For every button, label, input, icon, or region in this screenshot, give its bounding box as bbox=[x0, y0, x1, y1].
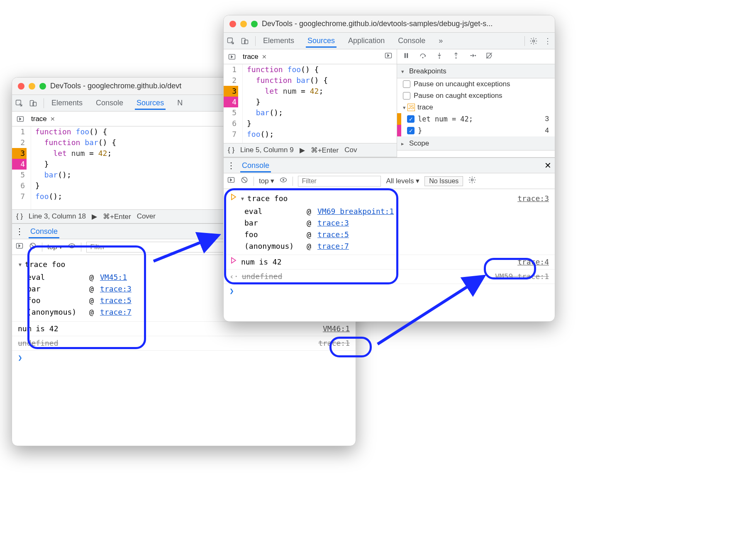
tab-sources[interactable]: Sources bbox=[135, 96, 166, 110]
console-drawer-header: ⋮ Console ✕ bbox=[224, 158, 555, 173]
live-expression-icon[interactable] bbox=[279, 176, 288, 186]
stack-link[interactable]: trace:3 bbox=[317, 217, 349, 229]
select-element-icon[interactable] bbox=[224, 34, 238, 48]
close-tab-icon[interactable]: ✕ bbox=[262, 53, 267, 60]
more-tabs-icon[interactable]: » bbox=[437, 34, 444, 48]
clear-console-icon[interactable] bbox=[29, 242, 37, 252]
cursor-position: Line 5, Column 9 bbox=[240, 146, 294, 154]
levels-selector[interactable]: All levels ▾ bbox=[386, 177, 419, 185]
tab-console[interactable]: Console bbox=[396, 34, 427, 48]
checkbox[interactable] bbox=[403, 80, 410, 88]
tab-elements[interactable]: Elements bbox=[261, 34, 296, 48]
console-tab[interactable]: Console bbox=[29, 225, 59, 238]
svg-point-22 bbox=[475, 55, 476, 56]
pause-uncaught-row[interactable]: Pause on uncaught exceptions bbox=[397, 78, 555, 90]
undefined-output: undefined bbox=[242, 271, 283, 282]
select-element-icon[interactable] bbox=[12, 96, 26, 110]
source-link[interactable]: trace:3 bbox=[517, 193, 549, 204]
code-content: function foo() { function bar() { let nu… bbox=[243, 64, 328, 143]
step-icon[interactable] bbox=[468, 51, 477, 62]
file-tab-trace[interactable]: trace ✕ bbox=[240, 53, 269, 61]
minimize-icon[interactable] bbox=[29, 83, 35, 90]
checkbox[interactable] bbox=[403, 92, 410, 100]
pause-icon[interactable] bbox=[402, 51, 410, 62]
console-settings-icon[interactable] bbox=[468, 176, 476, 186]
console-tab[interactable]: Console bbox=[240, 159, 271, 172]
coverage-label: Cover bbox=[137, 212, 156, 221]
stack-link[interactable]: trace:5 bbox=[100, 295, 132, 306]
svg-point-10 bbox=[71, 245, 73, 247]
scope-header[interactable]: Scope bbox=[397, 136, 555, 150]
breakpoints-header[interactable]: Breakpoints bbox=[397, 64, 555, 78]
bp-checkbox[interactable] bbox=[407, 127, 415, 134]
navigator-toggle-icon[interactable] bbox=[224, 53, 240, 61]
pause-caught-row[interactable]: Pause on caught exceptions bbox=[397, 90, 555, 102]
format-icon[interactable]: { } bbox=[228, 146, 234, 154]
tab-elements[interactable]: Elements bbox=[50, 96, 84, 110]
traffic-lights bbox=[18, 83, 46, 90]
live-expression-icon[interactable] bbox=[68, 242, 76, 252]
sidebar-toggle-icon[interactable] bbox=[227, 176, 235, 186]
tab-sources[interactable]: Sources bbox=[306, 34, 337, 48]
file-tab-trace[interactable]: trace ✕ bbox=[29, 115, 58, 123]
source-link[interactable]: trace:1 bbox=[318, 337, 350, 349]
more-files-icon[interactable] bbox=[384, 51, 393, 62]
navigator-toggle-icon[interactable] bbox=[12, 115, 29, 123]
svg-point-19 bbox=[422, 57, 424, 58]
stack-link[interactable]: trace:5 bbox=[317, 229, 349, 240]
source-link[interactable]: trace:4 bbox=[517, 256, 549, 268]
stack-link[interactable]: trace:3 bbox=[100, 283, 132, 295]
zoom-icon[interactable] bbox=[251, 21, 258, 27]
issues-button[interactable]: No Issues bbox=[424, 176, 463, 186]
trace-label: trace foo bbox=[25, 259, 66, 270]
close-drawer-icon[interactable]: ✕ bbox=[544, 160, 551, 170]
stack-link[interactable]: trace:7 bbox=[100, 306, 132, 318]
sources-toolbar: trace ✕ bbox=[224, 49, 397, 64]
bp-item-row[interactable]: }4 bbox=[397, 125, 555, 136]
svg-point-14 bbox=[533, 40, 535, 42]
tab-console[interactable]: Console bbox=[94, 96, 125, 110]
deactivate-bp-icon[interactable] bbox=[485, 51, 493, 62]
step-into-icon[interactable] bbox=[435, 51, 444, 62]
close-tab-icon[interactable]: ✕ bbox=[50, 116, 55, 122]
stack-link[interactable]: VM69 breakpoint:1 bbox=[317, 206, 394, 217]
line-gutter[interactable]: 1 2 3 4 5 6 7 bbox=[12, 126, 31, 209]
stack-link[interactable]: VM45:1 bbox=[100, 272, 127, 283]
line-gutter[interactable]: 1234567 bbox=[224, 64, 243, 143]
run-snippet-icon[interactable]: ▶ bbox=[300, 146, 305, 155]
context-selector[interactable]: top ▾ bbox=[47, 243, 63, 251]
undefined-row: undefined trace:1 bbox=[12, 336, 356, 350]
tab-application[interactable]: Application bbox=[346, 34, 386, 48]
device-toolbar-icon[interactable] bbox=[26, 96, 40, 110]
tab-more[interactable]: N bbox=[176, 96, 184, 110]
context-selector[interactable]: top ▾ bbox=[259, 177, 274, 185]
bp-file-row[interactable]: JStrace bbox=[397, 102, 555, 113]
stack-link[interactable]: trace:7 bbox=[317, 240, 349, 252]
clear-console-icon[interactable] bbox=[240, 176, 249, 186]
source-link[interactable]: VM59 trace:1 bbox=[495, 271, 549, 282]
trace-row[interactable]: ▾ trace foo trace:3 bbox=[224, 192, 555, 206]
console-prompt[interactable]: ❯ bbox=[12, 350, 356, 365]
settings-icon[interactable] bbox=[527, 34, 541, 48]
kebab-icon[interactable]: ⋮ bbox=[541, 34, 555, 48]
format-icon[interactable]: { } bbox=[16, 212, 23, 221]
console-filter-input[interactable] bbox=[298, 176, 381, 187]
minimize-icon[interactable] bbox=[240, 21, 247, 27]
close-icon[interactable] bbox=[229, 21, 236, 27]
kebab-icon[interactable]: ⋮ bbox=[15, 226, 24, 236]
kebab-icon[interactable]: ⋮ bbox=[227, 160, 235, 170]
sidebar-toggle-icon[interactable] bbox=[15, 242, 24, 252]
step-out-icon[interactable] bbox=[452, 51, 460, 62]
source-link[interactable]: VM46:1 bbox=[323, 323, 350, 335]
step-over-icon[interactable] bbox=[419, 51, 427, 62]
svg-point-26 bbox=[283, 179, 284, 181]
titlebar[interactable]: DevTools - googlechrome.github.io/devtoo… bbox=[224, 15, 555, 33]
console-prompt[interactable]: ❯ bbox=[224, 284, 555, 298]
bp-item-row[interactable]: let num = 42;3 bbox=[397, 113, 555, 125]
device-toolbar-icon[interactable] bbox=[238, 34, 252, 48]
run-snippet-icon[interactable]: ▶ bbox=[92, 212, 97, 221]
zoom-icon[interactable] bbox=[39, 83, 46, 90]
code-editor[interactable]: 1234567 function foo() { function bar() … bbox=[224, 64, 397, 143]
bp-checkbox[interactable] bbox=[407, 115, 415, 123]
close-icon[interactable] bbox=[18, 83, 24, 90]
